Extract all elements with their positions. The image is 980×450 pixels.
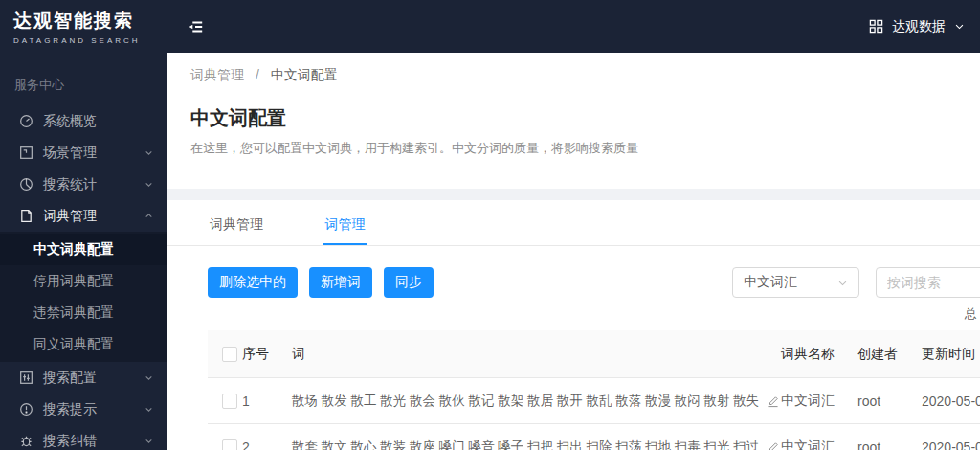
row-creator: root bbox=[858, 394, 922, 409]
table-row: 1 散场 散发 散工 散光 散会 散伙 散记 散架 散居 散开 散乱 散落 散漫… bbox=[208, 378, 980, 424]
row-words: 散套 散文 散心 散装 散座 嗓门 嗓音 嗓子 扫把 扫出 扫除 扫荡 扫地 扫… bbox=[292, 439, 759, 450]
toolbar: 删除选中的 新增词 同步 bbox=[208, 267, 434, 298]
sidebar-item-label: 场景管理 bbox=[43, 145, 97, 162]
sidebar-item-dict-management[interactable]: 词典管理 bbox=[0, 200, 167, 232]
column-header-word: 词 bbox=[292, 346, 781, 363]
menu-fold-icon[interactable] bbox=[187, 18, 204, 35]
sidebar-item-label: 搜索纠错 bbox=[43, 433, 97, 450]
row-words: 散场 散发 散工 散光 散会 散伙 散记 散架 散居 散开 散乱 散落 散漫 散… bbox=[292, 393, 759, 410]
column-header-index: 序号 bbox=[242, 346, 292, 363]
sidebar-item-synonym-dict-config[interactable]: 同义词典配置 bbox=[0, 328, 167, 360]
breadcrumb-parent[interactable]: 词典管理 bbox=[190, 67, 244, 82]
app-window: 达观智能搜索 DATAGRAND SEARCH 达观数据 bbox=[0, 0, 980, 450]
row-checkbox[interactable] bbox=[222, 394, 237, 409]
table-header-row: 序号 词 词典名称 创建者 更新时间 bbox=[208, 330, 980, 378]
column-header-updated: 更新时间 bbox=[922, 346, 980, 363]
dictionary-select-value: 中文词汇 bbox=[744, 274, 797, 291]
sidebar-item-search-stats[interactable]: 搜索统计 bbox=[0, 169, 167, 200]
tab-bar: 词典管理 词管理 bbox=[167, 200, 980, 246]
sidebar-item-label: 系统概览 bbox=[43, 113, 97, 130]
app-grid-icon bbox=[869, 19, 883, 34]
column-header-dict: 词典名称 bbox=[781, 346, 858, 363]
book-icon bbox=[19, 209, 33, 223]
bug-icon bbox=[19, 434, 33, 448]
logo-title: 达观智能搜索 bbox=[13, 9, 167, 34]
chevron-down-icon bbox=[145, 180, 153, 189]
sidebar-item-search-correction[interactable]: 搜索纠错 bbox=[0, 425, 167, 450]
delete-selected-button[interactable]: 删除选中的 bbox=[208, 267, 298, 298]
sidebar-item-stopword-dict-config[interactable]: 停用词典配置 bbox=[0, 265, 167, 297]
sidebar-item-chinese-dict-config[interactable]: 中文词典配置 bbox=[0, 234, 167, 265]
dict-submenu: 中文词典配置 停用词典配置 违禁词典配置 同义词典配置 bbox=[0, 232, 167, 362]
sidebar-item-overview[interactable]: 系统概览 bbox=[0, 105, 167, 137]
top-header: 达观智能搜索 DATAGRAND SEARCH 达观数据 bbox=[0, 0, 980, 53]
edit-icon[interactable] bbox=[767, 440, 780, 450]
sidebar-item-label: 搜索配置 bbox=[43, 370, 97, 387]
page-description: 在这里，您可以配置中文词典，用于构建索引。中文分词的质量，将影响搜索质量 bbox=[190, 140, 957, 157]
org-label: 达观数据 bbox=[892, 18, 946, 35]
breadcrumb: 词典管理 / 中文词配置 bbox=[190, 67, 957, 84]
sidebar: 服务中心 系统概览 场景管理 bbox=[0, 53, 167, 450]
sidebar-item-scene[interactable]: 场景管理 bbox=[0, 137, 167, 169]
row-dict-name: 中文词汇 bbox=[781, 439, 858, 450]
row-updated: 2020-05-06 bbox=[922, 394, 980, 409]
add-word-button[interactable]: 新增词 bbox=[309, 267, 372, 298]
scene-icon bbox=[19, 146, 33, 160]
breadcrumb-current: 中文词配置 bbox=[271, 67, 338, 82]
dictionary-select[interactable]: 中文词汇 bbox=[732, 267, 859, 298]
word-search-input[interactable] bbox=[876, 267, 980, 298]
total-count-text: 总 bbox=[965, 305, 977, 323]
chevron-down-icon bbox=[837, 278, 848, 288]
app-logo: 达观智能搜索 DATAGRAND SEARCH bbox=[0, 0, 167, 53]
breadcrumb-separator: / bbox=[256, 67, 259, 82]
chevron-up-icon bbox=[145, 212, 153, 220]
dashboard-icon bbox=[19, 114, 33, 128]
word-table: 序号 词 词典名称 创建者 更新时间 1 散场 散发 散工 散光 散会 散伙 散… bbox=[208, 330, 980, 450]
column-header-creator: 创建者 bbox=[858, 346, 922, 363]
chevron-down-icon bbox=[145, 405, 153, 414]
row-creator: root bbox=[858, 439, 922, 450]
chevron-down-icon bbox=[145, 437, 153, 445]
select-all-checkbox[interactable] bbox=[222, 347, 237, 362]
sync-button[interactable]: 同步 bbox=[384, 267, 434, 298]
row-updated: 2020-05-06 bbox=[922, 439, 980, 450]
sidebar-item-search-tips[interactable]: 搜索提示 bbox=[0, 394, 167, 425]
page-header: 词典管理 / 中文词配置 中文词配置 在这里，您可以配置中文词典，用于构建索引。… bbox=[167, 53, 980, 189]
chevron-down-icon bbox=[145, 373, 153, 382]
sidebar-item-search-config[interactable]: 搜索配置 bbox=[0, 362, 167, 394]
main-content: 词典管理 / 中文词配置 中文词配置 在这里，您可以配置中文词典，用于构建索引。… bbox=[167, 53, 980, 450]
sidebar-section-label: 服务中心 bbox=[0, 53, 167, 105]
row-index: 1 bbox=[242, 394, 292, 409]
control-icon bbox=[19, 371, 33, 385]
sidebar-item-label: 搜索提示 bbox=[43, 401, 97, 418]
logo-subtitle: DATAGRAND SEARCH bbox=[13, 36, 167, 45]
edit-icon[interactable] bbox=[767, 394, 780, 408]
sidebar-item-label: 词典管理 bbox=[43, 208, 97, 225]
row-checkbox[interactable] bbox=[222, 439, 237, 450]
chevron-down-icon bbox=[145, 148, 153, 157]
page-title: 中文词配置 bbox=[190, 105, 957, 131]
row-dict-name: 中文词汇 bbox=[781, 393, 858, 410]
sidebar-item-label: 搜索统计 bbox=[43, 176, 97, 193]
exclamation-icon bbox=[19, 402, 33, 416]
table-row: 2 散套 散文 散心 散装 散座 嗓门 嗓音 嗓子 扫把 扫出 扫除 扫荡 扫地… bbox=[208, 424, 980, 450]
tab-word-management[interactable]: 词管理 bbox=[323, 200, 367, 245]
row-index: 2 bbox=[242, 439, 292, 450]
org-switcher[interactable]: 达观数据 bbox=[869, 18, 965, 35]
sidebar-item-banned-dict-config[interactable]: 违禁词典配置 bbox=[0, 297, 167, 328]
pie-chart-icon bbox=[19, 177, 33, 191]
chevron-down-icon bbox=[954, 21, 965, 32]
tab-dict-management[interactable]: 词典管理 bbox=[208, 200, 265, 245]
content-card: 词典管理 词管理 删除选中的 新增词 同步 中文词汇 总 序号 bbox=[167, 200, 980, 450]
